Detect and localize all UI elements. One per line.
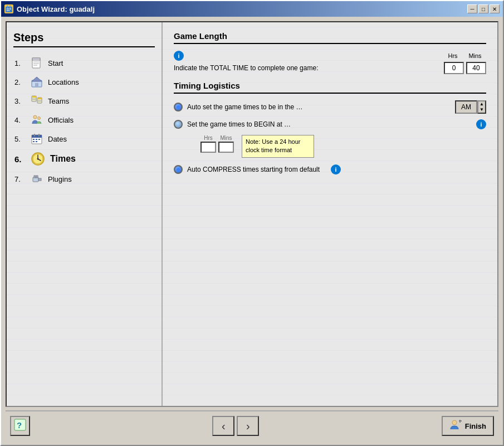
- step-number-3: 3.: [14, 97, 26, 105]
- am-pm-arrows: ▲ ▼: [477, 100, 486, 114]
- am-pm-down-arrow[interactable]: ▼: [478, 107, 485, 113]
- svg-rect-32: [38, 139, 40, 140]
- close-button[interactable]: ✕: [490, 4, 500, 13]
- hrs-col-label: Hrs: [443, 52, 463, 59]
- svg-rect-29: [38, 134, 40, 137]
- am-pm-up-arrow[interactable]: ▲: [478, 101, 485, 107]
- main-window: Object Wizard: guadalj ─ □ ✕ Steps 1.: [0, 0, 504, 446]
- title-buttons: ─ □ ✕: [467, 4, 500, 13]
- svg-rect-42: [34, 176, 36, 178]
- step-item-times[interactable]: 6. Times: [13, 149, 155, 169]
- window-title: Object Wizard: guadalj: [17, 5, 95, 13]
- maximize-button[interactable]: □: [478, 4, 488, 13]
- svg-rect-21: [37, 98, 42, 99]
- step-label-teams: Teams: [48, 97, 69, 105]
- svg-rect-15: [35, 83, 38, 87]
- begin-hrs-input[interactable]: [200, 142, 216, 153]
- back-button[interactable]: ‹: [212, 416, 234, 436]
- sidebar-title: Steps: [13, 31, 155, 47]
- step-number-7: 7.: [14, 175, 26, 183]
- radio-row-1: Auto set the game times to be in the … A…: [174, 100, 486, 114]
- step-label-locations: Locations: [48, 78, 79, 86]
- begin-info-icon[interactable]: i: [476, 119, 486, 129]
- forward-button[interactable]: ›: [237, 416, 259, 436]
- bottom-bar: ? ‹ ›: [6, 410, 498, 440]
- teams-icon: [30, 94, 43, 108]
- game-length-inputs: [444, 62, 486, 74]
- step-label-plugins: Plugins: [48, 175, 72, 183]
- svg-point-5: [10, 8, 11, 9]
- svg-rect-30: [33, 139, 35, 140]
- mins-input[interactable]: [466, 62, 486, 74]
- game-length-info-icon[interactable]: i: [174, 51, 184, 61]
- start-icon: [30, 56, 43, 70]
- radio-row-2: Set the game times to BEGIN at … i: [174, 119, 486, 129]
- step-number-1: 1.: [14, 59, 26, 67]
- am-pm-control: AM ▲ ▼: [455, 100, 486, 114]
- svg-rect-9: [32, 58, 40, 60]
- timing-title: Timing Logistics: [174, 81, 486, 94]
- svg-rect-1: [7, 6, 8, 8]
- step-label-dates: Dates: [48, 135, 67, 143]
- back-icon: ‹: [222, 420, 226, 433]
- begin-mins-input[interactable]: [218, 142, 234, 153]
- svg-marker-14: [32, 77, 42, 81]
- step-item-locations[interactable]: 2. Locations: [13, 73, 155, 91]
- svg-text:?: ?: [17, 420, 22, 430]
- svg-point-39: [37, 158, 39, 160]
- main-area: Steps 1.: [6, 21, 498, 407]
- nav-buttons: ‹ ›: [212, 416, 259, 436]
- radio-btn-3[interactable]: [174, 165, 183, 174]
- title-bar: Object Wizard: guadalj ─ □ ✕: [1, 1, 503, 17]
- timing-section: Timing Logistics Auto set the game times…: [174, 81, 486, 174]
- svg-point-6: [7, 10, 8, 11]
- forward-icon: ›: [246, 420, 250, 433]
- am-pm-text: AM: [455, 100, 477, 114]
- step-number-5: 5.: [14, 135, 26, 143]
- minimize-button[interactable]: ─: [467, 4, 477, 13]
- radio-label-2: Set the game times to BEGIN at …: [187, 120, 291, 128]
- svg-rect-34: [36, 141, 37, 142]
- title-bar-left: Object Wizard: guadalj: [4, 4, 95, 13]
- svg-rect-41: [38, 178, 41, 181]
- step-label-officials: Officials: [48, 116, 74, 124]
- times-icon: [30, 151, 46, 167]
- svg-point-3: [7, 8, 8, 9]
- svg-point-46: [452, 420, 457, 425]
- svg-rect-31: [36, 139, 37, 140]
- begin-mins-label: Mins: [218, 135, 234, 141]
- finish-icon: [449, 419, 462, 434]
- svg-rect-2: [9, 6, 11, 8]
- finish-button[interactable]: Finish: [442, 416, 494, 436]
- radio-label-3: Auto COMPRESS times starting from defaul…: [187, 166, 320, 173]
- content-panel: Game Length i Hrs Mins Indicate the TOTA…: [163, 22, 497, 406]
- svg-rect-43: [36, 176, 38, 178]
- step-number-2: 2.: [14, 78, 26, 86]
- help-button[interactable]: ?: [10, 416, 30, 436]
- step-number-6: 6.: [14, 154, 26, 164]
- step-number-4: 4.: [14, 116, 26, 124]
- window-icon: [4, 4, 13, 13]
- svg-point-25: [38, 117, 41, 120]
- compress-info-icon[interactable]: i: [331, 164, 341, 174]
- step-item-start[interactable]: 1. Start: [13, 54, 155, 72]
- svg-rect-17: [32, 96, 36, 98]
- note-tooltip: Note: Use a 24 hour clock time format: [242, 135, 314, 158]
- locations-icon: [30, 75, 43, 89]
- step-item-plugins[interactable]: 7. Plugins: [13, 170, 155, 188]
- window-content: Steps 1.: [1, 17, 503, 445]
- radio-btn-1[interactable]: [174, 103, 183, 112]
- step-item-dates[interactable]: 5.: [13, 130, 155, 148]
- svg-rect-27: [32, 135, 42, 138]
- step-item-teams[interactable]: 3.: [13, 92, 155, 110]
- sidebar: Steps 1.: [7, 22, 163, 406]
- radio-btn-2[interactable]: [174, 120, 183, 129]
- radio-label-1: Auto set the game times to be in the …: [187, 103, 302, 111]
- officials-icon: [30, 113, 43, 127]
- hrs-input[interactable]: [444, 62, 464, 74]
- step-item-officials[interactable]: 4. Officials: [13, 111, 155, 129]
- game-length-title: Game Length: [174, 31, 486, 44]
- svg-rect-28: [34, 134, 35, 137]
- svg-rect-33: [33, 141, 35, 142]
- step-list: 1. Start: [13, 54, 155, 188]
